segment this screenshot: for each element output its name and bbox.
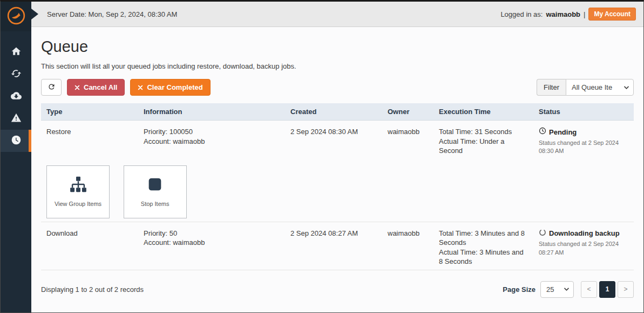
sidebar-item-queue[interactable] — [1, 130, 31, 152]
x-icon — [74, 85, 80, 90]
col-header-execution-time[interactable]: Execution Time — [433, 103, 533, 121]
records-summary: Displaying 1 to 2 out of 2 records — [41, 285, 144, 294]
sidebar-nav — [1, 41, 31, 152]
cell-information: Priority: 50 Account: waimaobb — [138, 222, 285, 270]
top-header-bar: Server Date: Mon, Sep 2, 2024, 08:30 AM … — [31, 2, 643, 27]
account-area: Logged in as: waimaobb | My Account — [500, 8, 636, 21]
home-icon — [11, 46, 22, 59]
x-icon — [138, 85, 143, 90]
sidebar-item-home[interactable] — [1, 41, 31, 63]
filter-group: Filter All Queue Ite — [537, 79, 634, 96]
username-text: waimaobb — [546, 10, 580, 18]
refresh-icon — [48, 83, 56, 92]
sidebar-item-cloud-download[interactable] — [1, 85, 31, 108]
cell-type: Restore — [41, 121, 138, 159]
clock-icon — [11, 135, 22, 148]
row-actions: View Group Items Stop Items — [41, 159, 634, 222]
clear-completed-button[interactable]: Clear Completed — [130, 79, 210, 96]
filter-select[interactable]: All Queue Ite — [566, 79, 634, 96]
cell-execution-time: Total Time: 3 Minutes and 8 Seconds Actu… — [433, 222, 533, 270]
sidebar-item-alerts[interactable] — [1, 108, 31, 130]
cell-execution-time: Total Time: 31 Seconds Actual Time: Unde… — [433, 121, 533, 159]
app-window: Server Date: Mon, Sep 2, 2024, 08:30 AM … — [0, 0, 644, 313]
toolbar: Cancel All Clear Completed Filter All Qu… — [41, 79, 634, 96]
col-header-status[interactable]: Status — [533, 103, 634, 121]
page-description: This section will list all your queued j… — [41, 62, 634, 70]
current-page-button[interactable]: 1 — [599, 281, 615, 298]
sidebar-collapse-arrow-icon[interactable] — [31, 9, 38, 19]
sync-icon — [11, 68, 22, 81]
server-date-text: Server Date: Mon, Sep 2, 2024, 08:30 AM — [47, 10, 177, 18]
cancel-all-button[interactable]: Cancel All — [67, 79, 125, 96]
list-footer: Displaying 1 to 2 out of 2 records Page … — [41, 281, 634, 307]
pending-clock-icon — [539, 127, 546, 137]
spinner-icon — [539, 229, 546, 239]
stop-items-button[interactable]: Stop Items — [124, 165, 187, 218]
cell-created: 2 Sep 2024 08:30 AM — [285, 121, 382, 159]
page-title: Queue — [41, 38, 634, 56]
sidebar-item-sync[interactable] — [1, 63, 31, 85]
jetbackup-logo-icon — [6, 6, 26, 28]
prev-page-button[interactable]: < — [581, 281, 597, 298]
stop-icon — [145, 175, 165, 194]
view-group-items-button[interactable]: View Group Items — [46, 165, 110, 218]
status-badge: Downloading backup — [539, 229, 628, 239]
sitemap-icon — [69, 175, 88, 194]
cell-owner: waimaobb — [382, 121, 433, 159]
cell-type: Download — [41, 222, 138, 270]
filter-label: Filter — [537, 79, 566, 96]
status-detail: Status changed at 2 Sep 2024 08:27 AM — [539, 240, 628, 257]
cell-owner: waimaobb — [382, 222, 433, 270]
col-header-owner[interactable]: Owner — [382, 103, 433, 121]
cloud-download-icon — [11, 90, 22, 103]
status-badge: Pending — [539, 127, 628, 137]
separator-text: | — [584, 10, 585, 18]
logged-in-label: Logged in as: — [500, 10, 543, 18]
my-account-button[interactable]: My Account — [588, 8, 636, 21]
content-area: Queue This section will list all your qu… — [31, 27, 643, 312]
warning-icon — [11, 112, 22, 125]
col-header-type[interactable]: Type — [41, 103, 138, 121]
table-row: Restore Priority: 100050 Account: waimao… — [41, 121, 634, 159]
queue-table: Type Information Created Owner Execution… — [41, 103, 634, 270]
col-header-information[interactable]: Information — [138, 103, 285, 121]
page-size-label: Page Size — [503, 285, 535, 294]
cell-information: Priority: 100050 Account: waimaobb — [138, 121, 285, 159]
cell-created: 2 Sep 2024 08:27 AM — [285, 222, 382, 270]
next-page-button[interactable]: > — [618, 281, 634, 298]
pager: < 1 > — [581, 281, 634, 298]
col-header-created[interactable]: Created — [285, 103, 382, 121]
cell-status: Downloading backup Status changed at 2 S… — [533, 222, 634, 270]
app-logo[interactable] — [1, 2, 31, 31]
table-header-row: Type Information Created Owner Execution… — [41, 103, 634, 121]
table-row: Download Priority: 50 Account: waimaobb … — [41, 222, 634, 270]
sidebar — [1, 2, 31, 312]
pagination-area: Page Size 25 < 1 > — [503, 281, 634, 298]
page-size-select[interactable]: 25 — [540, 281, 574, 298]
refresh-button[interactable] — [41, 79, 62, 96]
cell-status: Pending Status changed at 2 Sep 2024 08:… — [533, 121, 634, 159]
status-detail: Status changed at 2 Sep 2024 08:30 AM — [539, 139, 628, 156]
